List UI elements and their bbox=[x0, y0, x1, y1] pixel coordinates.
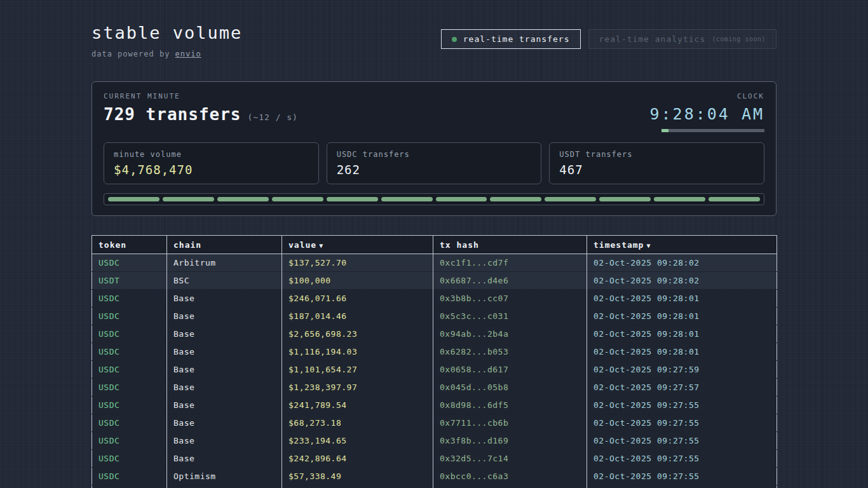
chain-cell: Base bbox=[167, 290, 282, 308]
minute-progress-segment bbox=[108, 197, 159, 201]
coming-soon-badge: (coming soon) bbox=[712, 36, 766, 43]
envio-link[interactable]: envio bbox=[175, 50, 201, 58]
transfers-rate: (~12 / s) bbox=[248, 112, 298, 122]
tab-bar: real-time transfers real-time analytics … bbox=[441, 29, 776, 49]
chain-cell: Base bbox=[167, 414, 282, 432]
clock-block: CLOCK 9:28:04 AM bbox=[649, 92, 764, 132]
timestamp-cell: 02-Oct-2025 09:27:53 bbox=[587, 485, 777, 488]
tx-hash-link[interactable]: 0x8d98...6df5 bbox=[433, 396, 587, 414]
table-header-row: tokenchainvalue▼tx hashtimestamp▼ bbox=[92, 236, 777, 254]
tab-realtime-transfers[interactable]: real-time transfers bbox=[441, 29, 581, 49]
stat-label: minute volume bbox=[114, 150, 309, 159]
tx-hash-link[interactable]: 0x5c3c...c031 bbox=[433, 308, 587, 325]
value-cell: $242,896.64 bbox=[282, 450, 433, 468]
tab-label: real-time analytics bbox=[599, 34, 706, 44]
timestamp-cell: 02-Oct-2025 09:27:55 bbox=[587, 432, 777, 450]
table-row: USDCBase$233,194.650x3f8b...d16902-Oct-2… bbox=[92, 432, 777, 450]
column-header-hash[interactable]: tx hash bbox=[433, 236, 587, 254]
tx-hash-link[interactable]: 0x045d...05b8 bbox=[433, 379, 587, 396]
page-container: stable volume data powered by envio real… bbox=[92, 0, 776, 488]
stat-label: USDT transfers bbox=[559, 150, 754, 159]
value-cell: $1,238,397.97 bbox=[282, 379, 433, 396]
column-header-value[interactable]: value▼ bbox=[282, 236, 433, 254]
tab-label: real-time transfers bbox=[463, 34, 570, 44]
tx-hash-link[interactable]: 0x7711...cb6b bbox=[433, 414, 587, 432]
value-cell: $2,656,698.23 bbox=[282, 325, 433, 343]
minute-progress-segment bbox=[709, 197, 760, 201]
sort-arrow-icon: ▼ bbox=[646, 242, 651, 249]
value-cell: $57,338.49 bbox=[282, 468, 433, 485]
timestamp-cell: 02-Oct-2025 09:28:01 bbox=[587, 290, 777, 308]
value-cell: $233,194.65 bbox=[282, 485, 433, 488]
minute-progress-segment bbox=[381, 197, 433, 201]
token-cell: USDC bbox=[92, 450, 167, 468]
tx-hash-link[interactable]: 0x3b8b...cc07 bbox=[433, 290, 587, 308]
transfers-line: 729 transfers (~12 / s) bbox=[104, 105, 298, 124]
stat-card-usdt-transfers: USDT transfers 467 bbox=[549, 142, 764, 184]
table-row: USDCBase$187,014.460x5c3c...c03102-Oct-2… bbox=[92, 308, 777, 325]
clock-progress-fill bbox=[661, 129, 668, 132]
tx-hash-link[interactable]: 0x3f8b...d169 bbox=[433, 432, 587, 450]
table-row: USDCBase$2,656,698.230x94ab...2b4a02-Oct… bbox=[92, 325, 777, 343]
token-cell: USDC bbox=[92, 468, 167, 485]
chain-cell: Base bbox=[167, 361, 282, 379]
token-cell: USDC bbox=[92, 396, 167, 414]
table-row: USDCBase$1,116,194.030x6282...b05302-Oct… bbox=[92, 343, 777, 361]
token-cell: USDC bbox=[92, 290, 167, 308]
chain-cell: Base bbox=[167, 450, 282, 468]
timestamp-cell: 02-Oct-2025 09:28:01 bbox=[587, 308, 777, 325]
page-title: stable volume bbox=[92, 23, 242, 43]
timestamp-cell: 02-Oct-2025 09:28:02 bbox=[587, 272, 777, 290]
value-cell: $1,101,654.27 bbox=[282, 361, 433, 379]
value-cell: $137,527.70 bbox=[282, 254, 433, 272]
tab-realtime-analytics[interactable]: real-time analytics (coming soon) bbox=[588, 29, 777, 49]
table-body: USDCArbitrum$137,527.700xc1f1...cd7f02-O… bbox=[92, 254, 777, 488]
tx-hash-link[interactable]: 0x6687...d4e6 bbox=[433, 272, 587, 290]
tx-hash-link[interactable]: 0xbcc0...c6a3 bbox=[433, 468, 587, 485]
live-dot-icon bbox=[452, 37, 457, 42]
tx-hash-link[interactable]: 0xbf75...3661 bbox=[433, 485, 587, 488]
column-header-chain[interactable]: chain bbox=[167, 236, 282, 254]
stat-card-minute-volume: minute volume $4,768,470 bbox=[104, 142, 319, 184]
table-row: USDCBase$233,194.650xbf75...366102-Oct-2… bbox=[92, 485, 777, 488]
current-minute-label: CURRENT MINUTE bbox=[104, 92, 298, 100]
tx-hash-link[interactable]: 0xc1f1...cd7f bbox=[433, 254, 587, 272]
branding: stable volume data powered by envio bbox=[92, 23, 242, 58]
chain-cell: Base bbox=[167, 308, 282, 325]
column-header-time[interactable]: timestamp▼ bbox=[587, 236, 777, 254]
column-header-token[interactable]: token bbox=[92, 236, 167, 254]
timestamp-cell: 02-Oct-2025 09:27:55 bbox=[587, 450, 777, 468]
stat-label: USDC transfers bbox=[337, 150, 532, 159]
stats-row: minute volume $4,768,470 USDC transfers … bbox=[104, 142, 764, 184]
chain-cell: Base bbox=[167, 325, 282, 343]
tx-hash-link[interactable]: 0x6282...b053 bbox=[433, 343, 587, 361]
value-cell: $233,194.65 bbox=[282, 432, 433, 450]
minute-progress-segment bbox=[217, 197, 269, 201]
timestamp-cell: 02-Oct-2025 09:28:01 bbox=[587, 325, 777, 343]
chain-cell: Base bbox=[167, 396, 282, 414]
clock-time: 9:28:04 AM bbox=[649, 105, 764, 123]
stat-card-usdc-transfers: USDC transfers 262 bbox=[327, 142, 542, 184]
token-cell: USDC bbox=[92, 379, 167, 396]
table-row: USDCBase$246,071.660x3b8b...cc0702-Oct-2… bbox=[92, 290, 777, 308]
value-cell: $241,789.54 bbox=[282, 396, 433, 414]
value-cell: $68,273.18 bbox=[282, 414, 433, 432]
timestamp-cell: 02-Oct-2025 09:27:55 bbox=[587, 396, 777, 414]
topbar: stable volume data powered by envio real… bbox=[92, 23, 776, 58]
timestamp-cell: 02-Oct-2025 09:28:02 bbox=[587, 254, 777, 272]
minute-progress bbox=[104, 193, 764, 205]
token-cell: USDC bbox=[92, 343, 167, 361]
token-cell: USDC bbox=[92, 432, 167, 450]
timestamp-cell: 02-Oct-2025 09:27:55 bbox=[587, 468, 777, 485]
timestamp-cell: 02-Oct-2025 09:27:59 bbox=[587, 361, 777, 379]
chain-cell: Arbitrum bbox=[167, 254, 282, 272]
table-row: USDCBase$242,896.640x32d5...7c1402-Oct-2… bbox=[92, 450, 777, 468]
tx-hash-link[interactable]: 0x94ab...2b4a bbox=[433, 325, 587, 343]
minute-progress-segment bbox=[436, 197, 487, 201]
token-cell: USDC bbox=[92, 325, 167, 343]
tx-hash-link[interactable]: 0x0658...d617 bbox=[433, 361, 587, 379]
tx-hash-link[interactable]: 0x32d5...7c14 bbox=[433, 450, 587, 468]
token-cell: USDT bbox=[92, 272, 167, 290]
chain-cell: Base bbox=[167, 485, 282, 488]
minute-progress-segment bbox=[545, 197, 596, 201]
